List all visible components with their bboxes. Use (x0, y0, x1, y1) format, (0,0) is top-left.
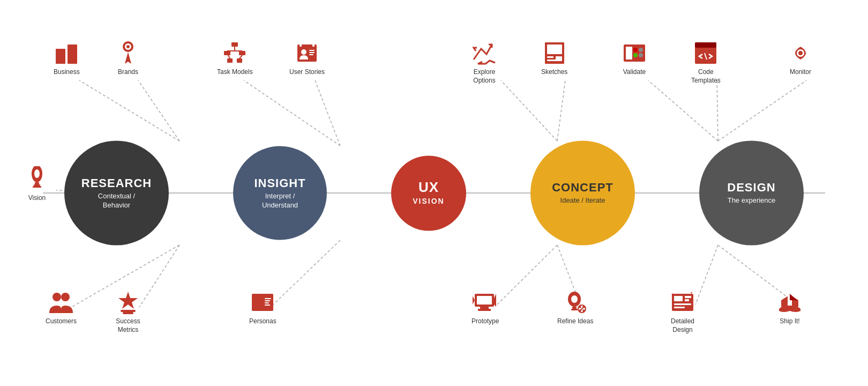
svg-rect-73 (477, 296, 492, 305)
svg-rect-78 (572, 307, 577, 309)
svg-rect-25 (70, 51, 72, 53)
svg-point-94 (798, 51, 803, 55)
svg-rect-65 (265, 302, 269, 303)
detailed-design-label: DetailedDesign (671, 317, 694, 334)
svg-line-4 (139, 245, 179, 307)
ux-vision-diagram: RESEARCH Contextual /Behavior INSIGHT In… (0, 0, 868, 386)
node-user-stories: User Stories (289, 40, 325, 77)
refine-ideas-icon (563, 290, 588, 315)
svg-rect-64 (265, 300, 270, 301)
svg-rect-59 (309, 52, 315, 53)
insight-subtitle: Interpret /Understand (262, 191, 298, 210)
svg-rect-26 (73, 51, 75, 53)
concept-subtitle: Ideate / Iterate (560, 196, 605, 205)
success-metrics-label: SuccessMetrics (116, 317, 140, 334)
customers-icon (48, 290, 74, 315)
refine-ideas-label: Refine Ideas (557, 317, 593, 326)
svg-rect-69 (547, 56, 553, 58)
node-personas: Personas (249, 290, 276, 326)
svg-point-89 (639, 53, 643, 57)
node-detailed-design: ✦ ✦ DetailedDesign (670, 290, 695, 334)
svg-rect-56 (312, 42, 315, 47)
node-customers: Customers (46, 290, 77, 326)
svg-rect-21 (58, 55, 60, 57)
svg-rect-60 (309, 54, 313, 55)
svg-point-87 (633, 53, 638, 57)
svg-rect-27 (70, 55, 72, 57)
svg-rect-97 (685, 296, 691, 298)
node-ship-it: Ship It! (777, 290, 803, 326)
svg-rect-50 (227, 58, 233, 63)
svg-rect-44 (231, 42, 238, 47)
research-title: RESEARCH (81, 176, 152, 189)
personas-icon (250, 290, 275, 315)
svg-rect-42 (121, 310, 136, 312)
circle-ux: UX VISION (391, 155, 466, 231)
svg-rect-24 (73, 47, 75, 49)
ux-title: UX (418, 180, 439, 194)
svg-rect-63 (265, 298, 271, 299)
node-success-metrics: SuccessMetrics (115, 290, 141, 334)
sketches-icon (542, 40, 567, 66)
brands-icon (115, 40, 141, 66)
node-monitor: Monitor (788, 40, 813, 77)
node-validate: Validate (622, 40, 647, 77)
svg-rect-66 (265, 305, 270, 306)
svg-rect-79 (571, 309, 578, 310)
circle-design: DESIGN The experience (699, 141, 804, 246)
svg-point-62 (255, 298, 261, 305)
svg-point-40 (53, 293, 61, 301)
business-icon (54, 40, 79, 66)
svg-text:✦: ✦ (690, 291, 693, 294)
svg-line-13 (717, 80, 718, 141)
svg-rect-71 (556, 56, 562, 61)
monitor-icon (788, 40, 813, 66)
svg-rect-99 (674, 303, 691, 305)
design-title: DESIGN (727, 181, 775, 194)
svg-rect-46 (239, 51, 245, 55)
brands-label: Brands (118, 68, 138, 77)
design-subtitle: The experience (728, 196, 776, 205)
circle-insight: INSIGHT Interpret /Understand (233, 146, 327, 240)
svg-point-41 (61, 293, 70, 301)
circle-research: RESEARCH Contextual /Behavior (64, 141, 169, 246)
customers-label: Customers (46, 317, 77, 326)
svg-rect-38 (34, 184, 40, 186)
svg-rect-51 (237, 58, 242, 63)
svg-rect-18 (68, 44, 77, 64)
ship-it-icon (777, 290, 803, 315)
detailed-design-icon: ✦ ✦ (670, 290, 695, 315)
personas-label: Personas (249, 317, 276, 326)
node-business: Business (54, 40, 80, 77)
svg-rect-30 (61, 60, 63, 64)
code-templates-label: CodeTemplates (691, 68, 721, 85)
node-vision: Vision (24, 166, 50, 203)
svg-rect-85 (626, 47, 632, 60)
node-explore-options: ExploreOptions (472, 40, 497, 85)
svg-rect-96 (674, 296, 683, 301)
task-models-icon (222, 40, 248, 66)
svg-line-10 (497, 245, 557, 305)
svg-rect-22 (61, 55, 63, 57)
circle-concept: CONCEPT Ideate / Iterate (530, 141, 635, 246)
svg-rect-58 (309, 50, 315, 51)
svg-rect-55 (300, 42, 302, 47)
svg-rect-39 (33, 186, 41, 188)
svg-line-15 (695, 245, 718, 305)
svg-line-1 (138, 80, 179, 141)
node-sketches: Sketches (541, 40, 567, 77)
svg-rect-68 (547, 44, 562, 54)
svg-rect-74 (480, 307, 489, 309)
ship-it-label: Ship It! (780, 317, 799, 326)
svg-rect-23 (70, 47, 72, 49)
svg-rect-75 (478, 309, 491, 311)
svg-rect-100 (674, 307, 685, 308)
svg-rect-37 (35, 182, 39, 184)
user-stories-label: User Stories (289, 68, 325, 77)
svg-rect-43 (123, 312, 133, 314)
svg-line-6 (315, 80, 340, 146)
circles-row: RESEARCH Contextual /Behavior INSIGHT In… (0, 141, 868, 246)
success-metrics-icon (115, 290, 141, 315)
svg-marker-33 (125, 52, 131, 64)
explore-options-label: ExploreOptions (473, 68, 495, 85)
